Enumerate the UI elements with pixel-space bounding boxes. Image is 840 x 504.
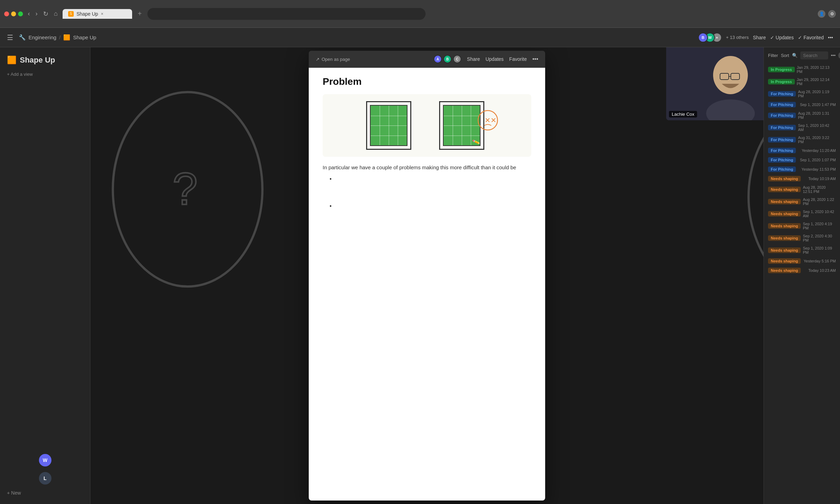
breadcrumb-shapeup[interactable]: Shape Up bbox=[73, 34, 96, 40]
doc-avatars: A B C bbox=[434, 55, 461, 63]
doc-share-label: Share bbox=[467, 56, 480, 62]
list-item[interactable]: For Pitching Aug 28, 2020 1:19 PM bbox=[764, 88, 840, 100]
item-date: Sep 1, 2020 1:09 PM bbox=[803, 246, 836, 254]
status-badge: For Pitching bbox=[768, 157, 796, 163]
avatars-group: B W + bbox=[698, 33, 722, 42]
menu-icon[interactable]: ☰ bbox=[7, 33, 13, 42]
list-item[interactable]: For Pitching Sep 1, 2020 10:42 AM bbox=[764, 122, 840, 133]
list-item[interactable]: For Pitching Sep 1, 2020 1:07 PM bbox=[764, 155, 840, 164]
dot-maximize[interactable] bbox=[18, 11, 23, 16]
favorited-button[interactable]: ✓ Favorited bbox=[798, 35, 824, 40]
top-bar: ☰ 🔧 Engineering / 🟧 Shape Up B W + + 13 … bbox=[0, 28, 840, 47]
dot-minimize[interactable] bbox=[11, 11, 16, 16]
share-label: Share bbox=[753, 35, 766, 40]
doc-empty-space bbox=[323, 182, 531, 203]
item-date: Aug 28, 2020 1:31 PM bbox=[798, 111, 836, 120]
browser-chrome: ‹ › ↻ ⌂ S Shape Up × + 👤 ⚙ bbox=[0, 0, 840, 28]
search-input[interactable] bbox=[800, 51, 828, 59]
item-date: Aug 28, 2020 1:19 PM bbox=[798, 90, 836, 98]
open-as-page-button[interactable]: ↗ Open as page bbox=[316, 57, 350, 62]
refresh-button[interactable]: ↻ bbox=[41, 9, 50, 19]
forward-button[interactable]: › bbox=[33, 9, 40, 19]
sidebar-item-l[interactable]: L bbox=[0, 469, 90, 487]
list-item[interactable]: In Progress Jan 29, 2020 12:14 PM bbox=[764, 76, 840, 88]
add-view-label: + Add a view bbox=[7, 72, 33, 77]
browser-tab[interactable]: S Shape Up × bbox=[63, 9, 132, 19]
grid-left-inner bbox=[370, 105, 407, 146]
list-item[interactable]: Needs shaping Aug 28, 2020 1:22 PM bbox=[764, 196, 840, 208]
list-item[interactable]: Needs shaping Sep 2, 2020 4:30 PM bbox=[764, 232, 840, 244]
new-pill-button[interactable]: New ▼ bbox=[838, 52, 840, 59]
breadcrumb-engineering[interactable]: Engineering bbox=[29, 34, 56, 40]
dot-close[interactable] bbox=[4, 11, 9, 16]
tab-title: Shape Up bbox=[76, 11, 98, 17]
doc-updates-button[interactable]: Updates bbox=[485, 56, 503, 62]
breadcrumb: 🔧 Engineering / 🟧 Shape Up bbox=[19, 34, 96, 41]
list-item[interactable]: Needs shaping Sep 1, 2020 4:19 PM bbox=[764, 220, 840, 232]
doc-avatar-1: A bbox=[434, 55, 442, 63]
list-item[interactable]: For Pitching Yesterday 11:53 PM bbox=[764, 165, 840, 174]
item-date: Today 10:23 AM bbox=[808, 268, 836, 273]
doc-updates-label: Updates bbox=[485, 56, 503, 62]
tab-close-button[interactable]: × bbox=[101, 11, 103, 16]
doc-more-button[interactable]: ••• bbox=[532, 56, 538, 62]
item-date: Sep 1, 2020 1:07 PM bbox=[800, 158, 836, 162]
new-button[interactable]: + New bbox=[7, 490, 21, 496]
doc-share-button[interactable]: Share bbox=[467, 56, 480, 62]
status-badge: For Pitching bbox=[768, 102, 796, 107]
sidebar-item-w[interactable]: W bbox=[0, 451, 90, 469]
filter-button[interactable]: Filter bbox=[768, 53, 778, 58]
home-button[interactable]: ⌂ bbox=[52, 9, 60, 19]
status-badge: For Pitching bbox=[768, 125, 796, 130]
sidebar-bottom: + New bbox=[0, 487, 90, 498]
list-item[interactable]: For Pitching Aug 31, 2020 3:22 PM bbox=[764, 134, 840, 146]
grid-right-container: ✏️ ✕✕ bbox=[439, 101, 488, 150]
main-area: 🟧 Shape Up + Add a view W L + New bbox=[0, 47, 840, 504]
item-date: Sep 1, 2020 1:47 PM bbox=[800, 103, 836, 107]
extensions-icon[interactable]: ⚙ bbox=[828, 10, 836, 18]
status-badge: For Pitching bbox=[768, 166, 796, 172]
profile-icon[interactable]: 👤 bbox=[818, 10, 825, 18]
doc-title: Problem bbox=[323, 76, 531, 87]
sidebar-spacer bbox=[0, 78, 90, 451]
list-item[interactable]: Needs shaping Today 10:23 AM bbox=[764, 266, 840, 275]
webcam-content bbox=[666, 47, 764, 120]
status-badge: Needs shaping bbox=[768, 187, 801, 192]
list-item[interactable]: Needs shaping Yesterday 5:16 PM bbox=[764, 257, 840, 266]
breadcrumb-separator: / bbox=[59, 34, 60, 40]
shapeup-icon: 🟧 bbox=[63, 34, 70, 41]
back-button[interactable]: ‹ bbox=[26, 9, 32, 19]
sort-label: Sort bbox=[781, 53, 789, 58]
share-button[interactable]: Share bbox=[753, 35, 766, 40]
status-badge: Needs shaping bbox=[768, 247, 801, 253]
status-badge: Needs shaping bbox=[768, 211, 801, 217]
list-item[interactable]: Needs shaping Aug 28, 2020 12:51 PM bbox=[764, 184, 840, 195]
grid-left bbox=[366, 101, 411, 150]
doc-favorite-button[interactable]: Favorite bbox=[509, 56, 527, 62]
add-view-button[interactable]: + Add a view bbox=[0, 70, 90, 78]
avatar-l: L bbox=[39, 472, 51, 485]
right-panel: Filter Sort 🔍 ••• New ▼ In Progress Jan … bbox=[764, 47, 840, 504]
list-item[interactable]: For Pitching Aug 28, 2020 1:31 PM bbox=[764, 109, 840, 121]
list-item[interactable]: For Pitching Yesterday 11:20 AM bbox=[764, 146, 840, 155]
doc-bullet-1: • bbox=[323, 176, 531, 182]
address-bar[interactable] bbox=[147, 8, 426, 20]
webcam-overlay: Lachie Cox bbox=[666, 47, 764, 120]
list-item[interactable]: In Progress Jan 29, 2020 12:13 PM bbox=[764, 64, 840, 75]
list-item[interactable]: For Pitching Sep 1, 2020 1:47 PM bbox=[764, 100, 840, 109]
sidebar-emoji: 🟧 bbox=[7, 56, 16, 65]
doc-actions: A B C Share Updates Favorite bbox=[434, 55, 538, 63]
item-date: Sep 1, 2020 4:19 PM bbox=[803, 222, 836, 230]
list-item[interactable]: Needs shaping Sep 1, 2020 1:09 PM bbox=[764, 244, 840, 256]
updates-button[interactable]: ✓ Updates bbox=[770, 35, 794, 40]
list-item[interactable]: Needs shaping Today 10:19 AM bbox=[764, 174, 840, 183]
item-date: Aug 31, 2020 3:22 PM bbox=[798, 136, 836, 144]
sidebar-header: 🟧 Shape Up bbox=[0, 53, 90, 70]
item-date: Sep 2, 2020 4:30 PM bbox=[803, 234, 836, 242]
sort-button[interactable]: Sort bbox=[781, 53, 789, 58]
more-options-button[interactable]: ••• bbox=[831, 53, 836, 58]
doc-avatar-3: C bbox=[453, 55, 461, 63]
list-item[interactable]: Needs shaping Sep 1, 2020 10:42 AM bbox=[764, 208, 840, 220]
more-button[interactable]: ••• bbox=[828, 35, 833, 40]
new-tab-button[interactable]: + bbox=[135, 10, 145, 18]
